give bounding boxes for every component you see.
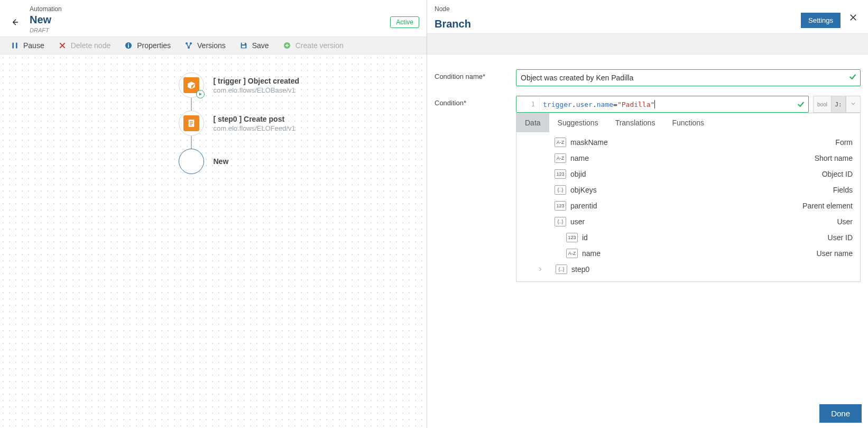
tree-key: user — [570, 217, 833, 226]
tree-row[interactable]: {..} objKeys Fields — [521, 182, 856, 198]
chevron-right-icon[interactable] — [537, 266, 544, 273]
tree-desc: Short name — [815, 154, 853, 162]
delete-node-button[interactable]: Delete node — [58, 41, 111, 50]
chip-js[interactable]: J: — [831, 96, 846, 113]
flow-connector — [191, 98, 192, 111]
condition-label: Condition* — [435, 96, 516, 107]
versions-label: Versions — [197, 41, 226, 50]
svg-rect-4 — [128, 45, 129, 48]
svg-rect-1 — [16, 43, 17, 49]
tree-row[interactable]: A-Z name Short name — [521, 150, 856, 166]
tree-desc: User ID — [828, 233, 853, 242]
condition-code-editor[interactable]: 1 trigger.user.name="Padilla" — [516, 96, 809, 113]
chevron-down-icon — [851, 101, 856, 107]
flow-node-trigger[interactable]: [ trigger ] Object created com.elo.flows… — [179, 72, 300, 98]
tree-row[interactable]: A-Z name User name — [521, 245, 856, 261]
save-button[interactable]: Save — [239, 41, 269, 50]
svg-rect-0 — [12, 43, 14, 49]
tree-row[interactable]: 123 objid Object ID — [521, 166, 856, 182]
flow-node-title: [ step0 ] Create post — [214, 115, 296, 123]
close-panel-button[interactable] — [846, 11, 861, 25]
caret — [654, 100, 655, 108]
tree-key: objKeys — [570, 186, 829, 194]
pause-label: Pause — [23, 41, 44, 50]
tree-desc: Parent element — [802, 202, 853, 210]
panel-toolbar-strip — [427, 33, 868, 54]
tree-desc: User name — [817, 249, 853, 258]
tree-key: objid — [570, 170, 818, 178]
settings-button[interactable]: Settings — [801, 13, 841, 28]
condition-name-input[interactable] — [521, 74, 845, 82]
tree-row[interactable]: {..} user User — [521, 214, 856, 230]
page-subtitle: DRAFT — [30, 27, 390, 33]
tree-row[interactable]: 123 parentid Parent element — [521, 198, 856, 214]
back-button[interactable] — [7, 15, 22, 30]
tab-suggestions[interactable]: Suggestions — [549, 113, 607, 132]
tree-row[interactable]: 123 id User ID — [521, 230, 856, 245]
document-icon — [183, 115, 199, 131]
code-gutter: 1 — [516, 96, 540, 112]
tab-data[interactable]: Data — [516, 113, 549, 132]
tree-key: name — [570, 154, 810, 162]
tab-translations[interactable]: Translations — [607, 113, 664, 132]
save-icon — [239, 41, 248, 50]
versions-icon — [184, 41, 193, 50]
versions-button[interactable]: Versions — [184, 41, 226, 50]
svg-rect-8 — [242, 43, 244, 44]
type-badge: A-Z — [555, 153, 566, 163]
tree-key: id — [582, 233, 824, 242]
page-kicker: Automation — [30, 5, 390, 13]
tree-key: name — [582, 249, 812, 258]
flow-node-step0[interactable]: [ step0 ] Create post com.elo.flows/ELOF… — [179, 111, 296, 136]
panel-title: Branch — [435, 18, 801, 30]
create-version-button[interactable]: Create version — [283, 41, 344, 50]
flow-node-title: [ trigger ] Object created — [214, 77, 300, 85]
done-button[interactable]: Done — [819, 404, 862, 423]
type-badge: A-Z — [555, 138, 566, 147]
tree-row[interactable]: A-Z maskName Form — [521, 134, 856, 150]
properties-button[interactable]: Properties — [124, 41, 171, 50]
condition-name-input-wrap — [516, 69, 861, 86]
properties-label: Properties — [137, 41, 171, 50]
flow-node-title: New — [214, 157, 229, 166]
condition-name-label: Condition name* — [435, 69, 516, 80]
svg-rect-9 — [242, 45, 245, 48]
tree-desc: User — [837, 217, 853, 226]
type-badge: A-Z — [566, 249, 578, 258]
play-badge-icon — [196, 90, 205, 98]
tree-key: parentid — [570, 202, 798, 210]
info-icon — [124, 41, 133, 50]
flow-node-sub: com.elo.flows/ELOFeed/v1 — [214, 124, 296, 132]
chip-dropdown[interactable] — [846, 96, 861, 113]
svg-point-3 — [128, 43, 129, 44]
flow-canvas[interactable]: [ trigger ] Object created com.elo.flows… — [0, 54, 427, 428]
save-label: Save — [252, 41, 269, 50]
flow-connector — [191, 136, 192, 149]
pause-icon — [11, 41, 19, 50]
type-badge: 123 — [555, 169, 566, 179]
type-selector[interactable]: bool J: — [813, 96, 861, 113]
close-icon — [848, 13, 858, 24]
tab-functions[interactable]: Functions — [663, 113, 713, 132]
check-icon — [845, 72, 857, 83]
tree-row-step0[interactable]: {..} step0 — [521, 261, 856, 277]
tree-desc: Object ID — [822, 170, 853, 178]
flow-node-new[interactable]: New — [179, 149, 229, 174]
arrow-left-icon — [11, 18, 19, 26]
panel-kicker: Node — [435, 5, 801, 13]
data-tree: A-Z maskName Form A-Z name Short name 12… — [516, 132, 860, 281]
tree-desc: Fields — [833, 186, 853, 194]
toolbar: Pause Delete node Properties Versions Sa… — [0, 37, 427, 54]
helper-tabs: Data Suggestions Translations Functions — [516, 113, 860, 132]
tree-key: maskName — [570, 138, 831, 147]
code-line[interactable]: trigger.user.name="Padilla" — [540, 96, 793, 112]
tree-desc: Form — [835, 138, 853, 147]
type-badge: {..} — [555, 185, 566, 195]
type-badge: 123 — [566, 233, 578, 242]
check-icon — [793, 96, 808, 112]
chip-bool[interactable]: bool — [813, 96, 831, 113]
pause-button[interactable]: Pause — [11, 41, 44, 50]
create-version-label: Create version — [296, 41, 344, 50]
flow-node-sub: com.elo.flows/ELOBase/v1 — [214, 86, 300, 94]
type-badge: {..} — [555, 217, 566, 226]
